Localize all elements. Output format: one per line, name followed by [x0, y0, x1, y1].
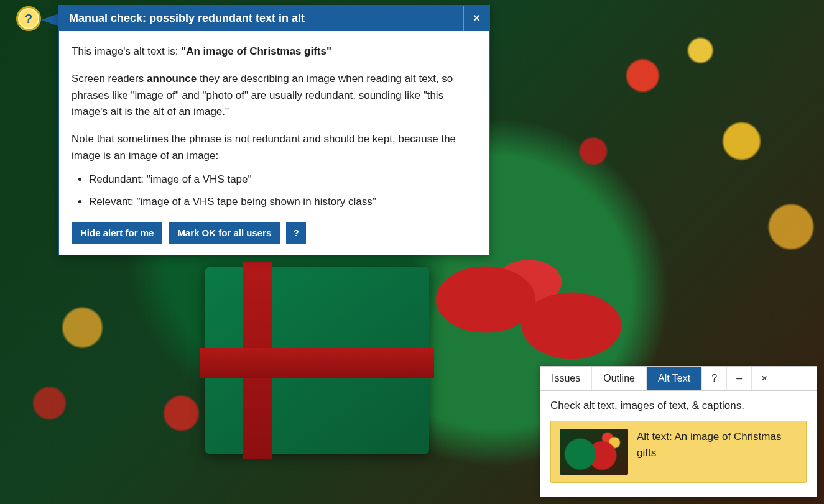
check-links-line: Check alt text, images of text, & captio… — [550, 400, 807, 412]
popup-help-button[interactable]: ? — [286, 222, 306, 244]
popup-body: This image's alt text is: "An image of C… — [59, 31, 489, 255]
alt-intro-line: This image's alt text is: "An image of C… — [72, 44, 477, 60]
link-alt-text[interactable]: alt text — [583, 400, 614, 411]
alt-text-card[interactable]: Alt text: An image of Christmas gifts — [550, 421, 807, 483]
example-relevant: Relevant: "image of a VHS tape being sho… — [89, 194, 477, 210]
panel-body: Check alt text, images of text, & captio… — [540, 391, 817, 494]
hide-alert-button[interactable]: Hide alert for me — [72, 222, 162, 244]
para1-pre: Screen readers — [72, 73, 147, 85]
check-label: Check — [550, 400, 583, 411]
link-captions[interactable]: captions — [702, 400, 741, 411]
explanation-para-2: Note that sometimes the phrase is not re… — [72, 131, 477, 164]
popup-actions: Hide alert for me Mark OK for all users … — [72, 222, 477, 244]
sep2: , & — [686, 400, 702, 411]
link-images-of-text[interactable]: images of text — [620, 400, 686, 411]
thumbnail-image — [560, 429, 628, 475]
alt-intro-prefix: This image's alt text is: — [72, 45, 181, 57]
panel-help-button[interactable]: ? — [702, 367, 727, 390]
popup-title: Manual check: possibly redundant text in… — [59, 6, 463, 31]
question-icon: ? — [25, 12, 32, 26]
examples-list: Redundant: "image of a VHS tape" Relevan… — [72, 172, 477, 211]
period: . — [741, 400, 744, 411]
popup-header: Manual check: possibly redundant text in… — [59, 6, 489, 31]
help-badge-icon[interactable]: ? — [16, 6, 41, 31]
panel-tabs: Issues Outline Alt Text ? – × — [540, 367, 817, 391]
panel-minimize-button[interactable]: – — [727, 367, 752, 390]
popup-pointer-icon — [41, 14, 58, 26]
example-redundant: Redundant: "image of a VHS tape" — [89, 172, 477, 188]
para1-strong: announce — [147, 73, 197, 85]
alt-text-value: Alt text: An image of Christmas gifts — [637, 429, 797, 460]
alert-popup: Manual check: possibly redundant text in… — [58, 5, 490, 255]
tab-outline[interactable]: Outline — [592, 367, 647, 390]
explanation-para-1: Screen readers announce they are describ… — [72, 71, 477, 120]
alt-quoted-text: "An image of Christmas gifts" — [181, 45, 331, 57]
tab-alt-text[interactable]: Alt Text — [647, 367, 702, 390]
popup-close-button[interactable]: × — [463, 6, 489, 31]
close-icon: × — [473, 12, 480, 25]
checker-panel: Issues Outline Alt Text ? – × Check alt … — [540, 366, 817, 497]
panel-close-button[interactable]: × — [752, 367, 777, 390]
mark-ok-button[interactable]: Mark OK for all users — [169, 222, 280, 244]
tab-issues[interactable]: Issues — [540, 367, 592, 390]
